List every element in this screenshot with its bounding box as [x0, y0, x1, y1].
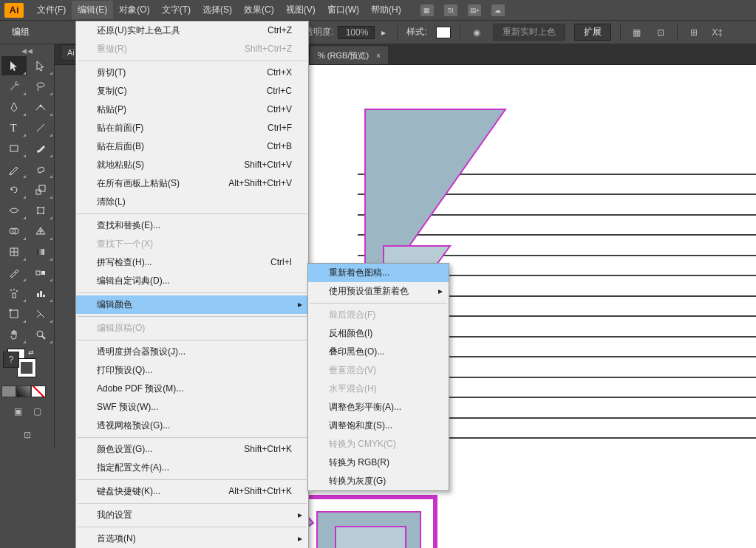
menu-view[interactable]: 视图(V) — [280, 1, 321, 19]
edit-menu-item[interactable]: 就地粘贴(S)Shift+Ctrl+V — [76, 156, 308, 174]
color-submenu-item[interactable]: 调整饱和度(S)... — [308, 417, 449, 435]
edit-menu-item[interactable]: 透视网格预设(G)... — [76, 417, 308, 435]
sync-icon[interactable]: ☁ — [491, 4, 505, 16]
edit-menu-item[interactable]: 粘贴(P)Ctrl+V — [76, 100, 308, 119]
color-submenu-item[interactable]: 叠印黑色(O)... — [308, 343, 449, 361]
edit-menu-item[interactable]: Adobe PDF 预设(M)... — [76, 380, 308, 398]
change-screen-icon[interactable]: ⊡ — [20, 428, 35, 442]
svg-rect-19 — [36, 271, 40, 275]
arrange-icon[interactable]: ▤▪ — [468, 4, 481, 16]
edit-menu-item[interactable]: 拼写检查(H)...Ctrl+I — [76, 253, 308, 272]
draw-none-icon[interactable] — [31, 386, 46, 397]
realtime-recolor-button[interactable]: 重新实时上色 — [493, 24, 565, 41]
document-tab[interactable]: % (RGB/预览) × — [310, 47, 388, 64]
tool-column-graph[interactable] — [28, 284, 53, 303]
tool-zoom[interactable] — [28, 325, 53, 344]
tool-symbol-sprayer[interactable] — [1, 284, 27, 303]
menu-type[interactable]: 文字(T) — [156, 1, 197, 19]
tool-free-transform[interactable] — [28, 201, 53, 220]
edit-menu-item[interactable]: 贴在后面(B)Ctrl+B — [76, 137, 308, 156]
help-icon[interactable]: ? — [3, 352, 19, 368]
draw-normal-icon[interactable] — [1, 386, 16, 397]
edit-menu-item[interactable]: 指定配置文件(A)... — [76, 459, 308, 477]
isolate-icon[interactable]: ⊞ — [687, 26, 701, 39]
tool-perspective[interactable] — [28, 222, 53, 241]
tool-width[interactable] — [1, 201, 27, 220]
tool-shape-builder[interactable] — [1, 222, 27, 241]
edit-menu-item[interactable]: 查找和替换(E)... — [76, 216, 308, 235]
tool-pencil[interactable] — [1, 160, 27, 179]
tool-eyedropper[interactable] — [1, 263, 27, 282]
transform-icon[interactable]: ⊡ — [653, 26, 668, 39]
screen-mode-icon[interactable]: ▢ — [30, 405, 44, 418]
edit-menu-item[interactable]: 透明度拼合器预设(J)... — [76, 343, 308, 361]
edit-menu-item[interactable]: 打印预设(Q)... — [76, 361, 308, 380]
color-submenu-item[interactable]: 转换为灰度(G) — [308, 472, 449, 490]
tool-mesh[interactable] — [1, 242, 27, 261]
edit-menu-item[interactable]: 还原(U)实时上色工具Ctrl+Z — [76, 21, 308, 40]
tool-magic-wand[interactable] — [1, 77, 27, 96]
edit-menu-item[interactable]: 剪切(T)Ctrl+X — [76, 64, 308, 82]
close-tab-icon[interactable]: × — [376, 52, 381, 60]
bridge-icon[interactable]: St — [444, 4, 457, 16]
opacity-slider-icon[interactable]: ▸ — [379, 27, 388, 38]
menu-file[interactable]: 文件(F) — [31, 1, 72, 19]
opacity-input[interactable]: 100% — [338, 26, 375, 39]
draw-mode-icon[interactable]: ▣ — [10, 405, 25, 418]
style-swatch[interactable] — [436, 27, 451, 38]
menu-separator — [78, 479, 307, 480]
tool-line[interactable] — [28, 118, 53, 137]
edit-menu-item[interactable]: 贴在前面(F)Ctrl+F — [76, 119, 308, 137]
color-submenu-item[interactable]: 反相颜色(I) — [308, 324, 449, 343]
color-submenu-item[interactable]: 转换为 RGB(R) — [308, 453, 449, 472]
menu-object[interactable]: 对象(O) — [113, 1, 155, 19]
tool-curvature[interactable] — [28, 97, 53, 117]
edit-menu-item[interactable]: 复制(C)Ctrl+C — [76, 82, 308, 100]
tool-artboard[interactable] — [1, 304, 27, 323]
tool-direct-selection[interactable] — [28, 56, 53, 75]
edit-menu-item[interactable]: 我的设置 — [76, 506, 308, 524]
align-icon[interactable]: ▦ — [630, 26, 644, 39]
tool-rectangle[interactable] — [1, 139, 27, 158]
menu-separator — [78, 437, 307, 438]
edit-menu-item[interactable]: 颜色设置(G)...Shift+Ctrl+K — [76, 440, 308, 459]
tool-blend[interactable] — [28, 263, 53, 282]
tool-type[interactable]: T — [1, 118, 27, 137]
menu-help[interactable]: 帮助(H) — [365, 1, 407, 19]
edit-menu-item[interactable]: 编辑自定词典(D)... — [76, 272, 308, 290]
color-submenu-item[interactable]: 使用预设值重新着色 — [308, 282, 449, 301]
edit-menu-item[interactable]: SWF 预设(W)... — [76, 398, 308, 417]
tool-brush[interactable] — [28, 139, 53, 158]
tool-hand[interactable] — [1, 325, 27, 344]
toolbox-collapse[interactable]: ◀◀ — [1, 47, 53, 55]
tool-selection[interactable] — [1, 56, 27, 75]
color-submenu-item[interactable]: 重新着色图稿... — [308, 264, 449, 282]
menu-select[interactable]: 选择(S) — [197, 1, 238, 19]
menu-edit[interactable]: 编辑(E) — [72, 1, 113, 19]
tool-lasso[interactable] — [28, 77, 53, 96]
menu-effect[interactable]: 效果(C) — [238, 1, 280, 19]
draw-gradient-icon[interactable] — [16, 386, 31, 397]
tool-slice[interactable] — [28, 304, 53, 323]
edit-menu-item[interactable]: 首选项(N) — [76, 530, 308, 548]
extra-icon[interactable]: X‡ — [710, 26, 725, 39]
expand-button[interactable]: 扩展 — [574, 24, 611, 41]
edit-menu-item[interactable]: 编辑颜色 — [76, 295, 308, 314]
tool-pen[interactable] — [1, 97, 27, 117]
stroke-swatch[interactable] — [18, 359, 35, 377]
swap-fill-stroke-icon[interactable]: ⇄ — [28, 349, 34, 356]
stock-icon[interactable]: ▦ — [420, 4, 434, 16]
color-submenu-item[interactable]: 调整色彩平衡(A)... — [308, 398, 449, 417]
tool-rotate[interactable] — [1, 180, 27, 199]
menu-window[interactable]: 窗口(W) — [321, 1, 365, 19]
menu-bar: Ai 文件(F) 编辑(E) 对象(O) 文字(T) 选择(S) 效果(C) 视… — [0, 0, 756, 21]
tool-scale[interactable] — [28, 180, 53, 199]
svg-rect-26 — [40, 291, 42, 297]
tool-gradient[interactable] — [28, 242, 53, 261]
recolor-icon[interactable]: ◉ — [469, 26, 484, 39]
color-submenu-item: 垂直混合(V) — [308, 361, 449, 380]
edit-menu-item[interactable]: 在所有画板上粘贴(S)Alt+Shift+Ctrl+V — [76, 174, 308, 193]
tool-eraser[interactable] — [28, 160, 53, 179]
edit-menu-item[interactable]: 清除(L) — [76, 193, 308, 211]
edit-menu-item[interactable]: 键盘快捷键(K)...Alt+Shift+Ctrl+K — [76, 482, 308, 501]
